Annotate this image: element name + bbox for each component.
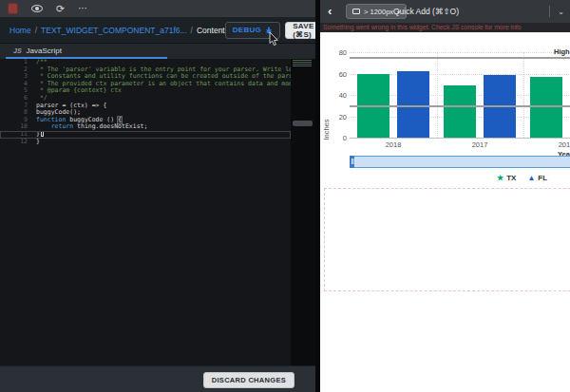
line-number: 4 — [0, 81, 36, 88]
gridline — [437, 52, 438, 138]
plot-line — [350, 57, 570, 59]
refresh-icon[interactable]: ⟳ — [56, 4, 65, 14]
legend-symbol: ★ — [497, 174, 504, 182]
plot-line — [350, 105, 570, 107]
text-cursor — [41, 131, 45, 138]
gridline — [523, 52, 524, 138]
y-tick-label: 60 — [322, 70, 347, 79]
code-editor[interactable]: 1/**2 * The 'parser' variable is the ent… — [0, 59, 291, 365]
y-tick-label: 80 — [322, 48, 347, 57]
code-line[interactable]: 10 return thing.doesNotExist; — [0, 123, 291, 131]
chart-navigator-slider[interactable] — [350, 156, 570, 168]
line-number: 9 — [0, 117, 36, 124]
discard-button-label: DISCARD CHANGES — [212, 376, 286, 384]
breadcrumb-separator: / — [35, 26, 37, 35]
save-button-label: SAVE (⌘S) — [293, 22, 314, 39]
app-logo-icon[interactable] — [8, 3, 18, 14]
y-tick-label: 40 — [322, 91, 347, 100]
tab-javascript[interactable]: JS JavaScript — [6, 44, 167, 59]
legend-label: TX — [506, 174, 516, 182]
widget-error-banner: Something went wrong in this widget. Che… — [320, 23, 570, 32]
legend-item-tx[interactable]: ★TX — [497, 174, 516, 182]
preview-eye-icon[interactable] — [31, 5, 43, 12]
line-number: 11 — [0, 131, 36, 139]
legend-item-fl[interactable]: ▲FL — [527, 174, 547, 182]
line-number: 3 — [0, 73, 36, 81]
line-number: 6 — [0, 95, 36, 103]
legend-label: FL — [538, 174, 547, 182]
editor-toolbar: ⟳ ⋯ — [0, 0, 320, 17]
preview-topbar: ‹ > 1200px ▾ Quick Add (⌘⇧O) ⌄ — [320, 0, 570, 23]
line-number: 2 — [0, 66, 36, 74]
line-number: 12 — [0, 139, 36, 146]
bar-tx-2017[interactable] — [444, 85, 476, 138]
debug-button-label: DEBUG — [233, 26, 261, 34]
line-number: 10 — [0, 123, 36, 131]
navigator-handle[interactable] — [350, 156, 354, 168]
x-tick-label: 2016 — [542, 140, 570, 149]
code-token: return — [51, 123, 73, 131]
chart-legend: ★TX▲FL — [497, 174, 547, 182]
editor-scrollbar-thumb[interactable] — [293, 121, 313, 126]
x-tick-label: 2017 — [456, 140, 504, 149]
code-token: thing.doesNotExist; — [73, 123, 147, 131]
minimap[interactable] — [291, 59, 315, 365]
breadcrumb-separator: / — [191, 26, 193, 35]
quick-add-button[interactable]: Quick Add (⌘⇧O) — [320, 0, 532, 23]
line-number: 8 — [0, 109, 36, 117]
discard-changes-button[interactable]: DISCARD CHANGES — [203, 372, 294, 388]
gridline — [350, 52, 570, 53]
mouse-cursor — [269, 32, 279, 50]
editor-footer: DISCARD CHANGES — [0, 365, 315, 392]
line-number: 5 — [0, 87, 36, 95]
preview-panel: ‹ > 1200px ▾ Quick Add (⌘⇧O) ⌄ Something… — [320, 0, 570, 392]
code-line[interactable]: 11} — [0, 131, 291, 139]
code-token: * @param {context} ctx — [36, 87, 122, 95]
code-token: } — [36, 139, 40, 146]
breadcrumb-component-link[interactable]: TEXT_WIDGET_COMPONENT_a71f6... — [41, 26, 187, 35]
breadcrumb-home-link[interactable]: Home — [10, 26, 31, 35]
plot-line-label: Highest — [554, 47, 570, 56]
y-tick-label: 20 — [322, 113, 347, 121]
y-tick-label: 0 — [322, 134, 347, 142]
line-number: 1 — [0, 59, 36, 66]
bar-fl-2018[interactable] — [397, 71, 429, 138]
code-lines: 1/**2 * The 'parser' variable is the ent… — [0, 59, 291, 145]
breadcrumb-current-page: Content — [197, 26, 225, 35]
minimap-marks — [293, 60, 312, 67]
line-number: 7 — [0, 103, 36, 110]
editor-panel: ⟳ ⋯ Home / TEXT_WIDGET_COMPONENT_a71f6..… — [0, 0, 320, 392]
more-options-icon[interactable]: ⋯ — [78, 5, 88, 12]
column-chart: Inches 020406080201820172016HighestYear — [320, 36, 570, 156]
y-axis-title: Inches — [322, 102, 331, 159]
js-file-icon: JS — [13, 47, 22, 54]
x-tick-label: 2018 — [370, 140, 417, 149]
code-line[interactable]: 12} — [0, 139, 291, 146]
chevron-down-icon[interactable]: ⌄ — [558, 8, 564, 16]
x-axis-line — [350, 138, 570, 139]
tab-javascript-label: JavaScript — [27, 47, 62, 55]
topbar-divider — [549, 6, 550, 17]
empty-widget-placeholder — [324, 188, 570, 291]
legend-symbol: ▲ — [527, 174, 535, 182]
topbar-right-controls: ⌄ — [549, 0, 564, 23]
